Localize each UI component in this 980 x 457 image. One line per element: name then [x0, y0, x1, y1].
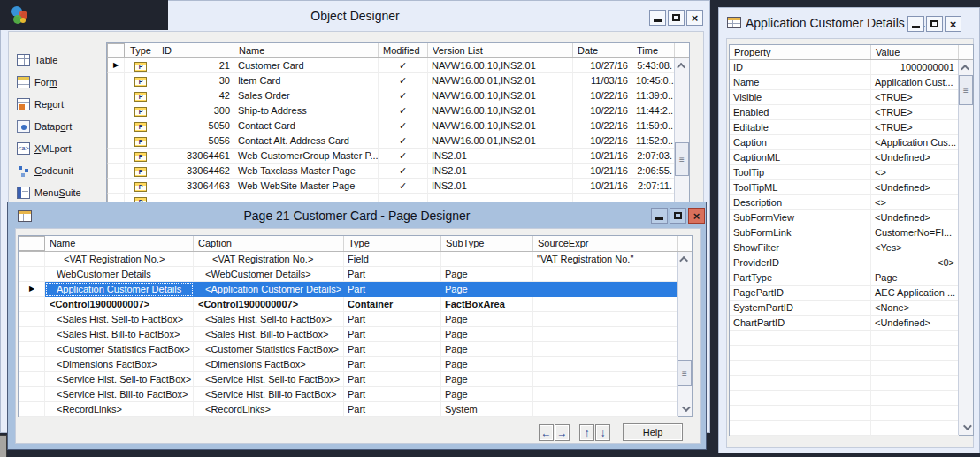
minimize-button[interactable] [907, 16, 924, 32]
property-row[interactable] [730, 406, 973, 421]
sidebar-item-object-type[interactable]: Form [17, 73, 107, 91]
property-row[interactable]: ToolTipML <Undefined> [730, 180, 973, 195]
control-row[interactable]: <Service Hist. Sell-to FactBox> <Service… [19, 372, 692, 387]
property-row[interactable]: ChartPartID <Undefined> [730, 316, 973, 331]
property-row[interactable] [730, 361, 973, 376]
scroll-up-button[interactable] [678, 252, 692, 267]
page-controls-scrollbar[interactable]: ≡ [677, 252, 692, 416]
row-selector[interactable] [107, 103, 125, 118]
property-value-cell[interactable] [871, 376, 959, 391]
move-right-button[interactable]: → [555, 424, 570, 441]
move-down-button[interactable]: ↓ [595, 424, 610, 441]
property-value-cell[interactable] [871, 361, 959, 376]
scroll-down-button[interactable] [678, 401, 692, 416]
property-value-cell[interactable]: <Undefined> [871, 150, 959, 165]
property-value-cell[interactable]: 1000000001 [871, 60, 959, 75]
scroll-up-button[interactable] [675, 58, 689, 73]
control-row[interactable]: <Customer Statistics FactBox> <Customer … [19, 342, 692, 357]
move-left-button[interactable]: ← [539, 424, 554, 441]
property-value-cell[interactable]: <> [871, 165, 959, 180]
sidebar-item-object-type[interactable]: Report [17, 95, 107, 113]
property-value-cell[interactable] [871, 346, 959, 361]
minimize-button[interactable] [651, 208, 668, 224]
properties-scrollbar[interactable]: ≡ [958, 60, 973, 435]
maximize-button[interactable] [670, 208, 686, 224]
property-value-cell[interactable]: Application Cust... [871, 75, 959, 90]
row-selector[interactable] [19, 387, 45, 402]
help-button[interactable]: Help [623, 423, 683, 441]
property-value-cell[interactable]: <TRUE> [871, 90, 959, 105]
control-row[interactable]: <RecordLinks> <RecordLinks> Part System [19, 402, 692, 417]
row-selector[interactable] [19, 252, 45, 267]
control-row[interactable]: <Sales Hist. Sell-to FactBox> <Sales His… [19, 312, 692, 327]
close-button[interactable]: × [688, 208, 705, 224]
property-row[interactable] [730, 421, 973, 436]
minimize-button[interactable] [649, 10, 666, 26]
object-row[interactable]: 5056 Contact Alt. Address Card ✓ NAVW16.… [107, 133, 689, 149]
row-selector[interactable] [19, 402, 45, 417]
property-value-cell[interactable] [871, 331, 959, 346]
scroll-thumb[interactable]: ≡ [678, 360, 692, 386]
property-value-cell[interactable]: Page [871, 270, 959, 286]
sidebar-item-object-type[interactable]: Table [17, 51, 107, 69]
property-value-cell[interactable]: <TRUE> [871, 105, 959, 120]
row-selector[interactable]: ▶ [107, 58, 125, 73]
property-row[interactable] [730, 391, 973, 406]
object-row[interactable]: 42 Sales Order ✓ NAVW16.00.10,INS2.01 10… [107, 88, 689, 103]
property-value-cell[interactable]: <Yes> [871, 240, 959, 255]
property-value-cell[interactable] [871, 391, 959, 406]
property-row[interactable]: CaptionML <Undefined> [730, 150, 973, 165]
row-selector[interactable] [107, 133, 125, 149]
object-row[interactable]: 33064463 Web WebSite Master Page ✓ INS2.… [107, 179, 689, 194]
property-row[interactable]: PartType Page [730, 270, 973, 286]
sidebar-item-object-type[interactable]: Dataport [17, 118, 107, 135]
row-selector[interactable] [107, 118, 125, 133]
object-row[interactable]: 33064461 Web CustomerGroup Master P... ✓… [107, 149, 689, 164]
control-row[interactable]: ▶ Application Customer Details <Applicat… [19, 282, 692, 297]
control-row[interactable]: <VAT Registration No.> <VAT Registration… [19, 252, 692, 267]
property-row[interactable]: PagePartID AEC Application ... [730, 286, 973, 301]
row-selector[interactable] [19, 327, 45, 342]
column-header-version[interactable]: Version List [428, 43, 573, 57]
scroll-thumb[interactable]: ≡ [959, 75, 973, 105]
column-header-caption[interactable]: Caption [194, 236, 344, 251]
property-value-cell[interactable]: <> [871, 195, 959, 210]
object-row[interactable]: 30 Item Card ✓ NAVW16.00.01,INS2.01 11/0… [107, 73, 689, 88]
row-selector[interactable] [107, 88, 125, 103]
property-row[interactable]: ToolTip <> [730, 165, 973, 180]
column-header-time[interactable]: Time [632, 43, 675, 57]
sidebar-item-object-type[interactable]: Codeunit [17, 162, 107, 179]
object-row[interactable]: 5050 Contact Card ✓ NAVW16.00.10,INS2.01… [107, 118, 689, 133]
row-selector[interactable] [19, 372, 45, 387]
scroll-up-button[interactable] [959, 60, 973, 75]
object-row[interactable]: 33064462 Web Taxclass Master Page ✓ INS2… [107, 164, 689, 179]
property-value-cell[interactable]: <0> [871, 255, 959, 270]
column-header-sourceexpr[interactable]: SourceExpr [533, 236, 678, 251]
control-row[interactable]: <Sales Hist. Bill-to FactBox> <Sales His… [19, 327, 692, 342]
control-row[interactable]: WebCustomer Details <WebCustomer Details… [19, 267, 692, 282]
control-row[interactable]: <Service Hist. Bill-to FactBox> <Service… [19, 387, 692, 402]
property-row[interactable] [730, 331, 973, 346]
object-row[interactable]: ▶ 21 Customer Card ✓ NAVW16.00.10,INS2.0… [107, 58, 689, 73]
property-row[interactable]: Name Application Cust... [730, 75, 973, 90]
move-up-button[interactable]: ↑ [579, 424, 594, 441]
property-value-cell[interactable]: <Application Cus... [871, 135, 959, 150]
property-row[interactable]: ProviderID <0> [730, 255, 973, 270]
sidebar-item-object-type[interactable]: MenuSuite [17, 184, 107, 202]
property-row[interactable] [730, 376, 973, 391]
maximize-button[interactable] [926, 16, 943, 32]
sidebar-item-object-type[interactable]: XMLport [17, 140, 107, 157]
property-row[interactable]: SystemPartID <None> [730, 301, 973, 316]
property-value-cell[interactable]: <Undefined> [871, 316, 959, 331]
row-selector[interactable] [19, 357, 45, 372]
property-value-cell[interactable]: <TRUE> [871, 120, 959, 135]
maximize-button[interactable] [668, 10, 685, 26]
property-value-cell[interactable]: CustomerNo=FI... [871, 225, 959, 240]
property-row[interactable]: ID 1000000001 [730, 60, 973, 75]
scroll-down-button[interactable] [959, 420, 973, 435]
property-value-cell[interactable]: <Undefined> [871, 180, 959, 195]
property-row[interactable]: Enabled <TRUE> [730, 105, 973, 120]
property-row[interactable]: Description <> [730, 195, 973, 210]
row-selector[interactable] [19, 312, 45, 327]
row-selector[interactable]: ▶ [19, 282, 45, 297]
